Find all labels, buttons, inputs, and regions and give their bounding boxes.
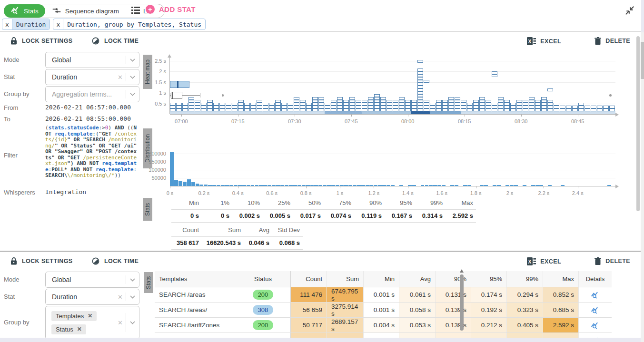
table-row[interactable] [155, 333, 612, 338]
heatmap-cell [306, 106, 312, 108]
column-header-details[interactable]: Details [578, 271, 612, 287]
mode-select[interactable]: Global [45, 52, 139, 68]
column-header-90-[interactable]: 90% [435, 271, 471, 287]
details-chart-icon[interactable] [583, 291, 607, 299]
group-by-select[interactable]: Aggregation terms... [45, 86, 139, 102]
group-by-select[interactable]: Templates✕ Status✕ ✕ [45, 306, 139, 338]
column-header-count[interactable]: Count [290, 271, 327, 287]
chevron-down-icon[interactable] [126, 295, 139, 299]
distribution-x-tick-label: 0.2 s [193, 190, 214, 196]
heatmap-cell [498, 97, 504, 100]
heatmap-cell [492, 108, 497, 111]
heatmap-x-tick [238, 115, 238, 117]
remove-chip-icon[interactable]: ✕ [77, 326, 82, 332]
table-row[interactable]: SEARCH /areas/30856 6593275.914 s0.001 s… [155, 303, 612, 318]
clear-icon[interactable]: ✕ [115, 293, 126, 301]
table-row[interactable]: SEARCH /tariffZones20050 7172689.157 s0.… [155, 318, 612, 333]
details-chart-icon[interactable] [583, 337, 607, 338]
distribution-x-tick-label: 2 s [499, 190, 520, 196]
heatmap-cell [362, 103, 367, 106]
histogram-bar [353, 185, 357, 186]
heatmap-y-tick-label: 1.5 s [142, 79, 166, 85]
details-chart-icon[interactable] [583, 322, 607, 329]
add-stat-button[interactable]: + ADD STAT [146, 5, 196, 14]
column-header-sum[interactable]: Sum [327, 271, 363, 287]
delete-button[interactable]: DELETE [594, 37, 630, 45]
page-scrollbar[interactable] [641, 32, 644, 342]
chevron-down-icon[interactable] [126, 59, 139, 62]
panel1-scrollbar[interactable] [636, 36, 640, 211]
heatmap-cell [368, 97, 374, 100]
heatmap-cell [257, 106, 262, 108]
heatmap-cell [479, 106, 485, 108]
delete-button[interactable]: DELETE [594, 257, 630, 265]
filter-token: req.template [96, 166, 133, 173]
column-header-95-[interactable]: 95% [471, 271, 506, 287]
tab-stats[interactable]: Stats [4, 4, 45, 18]
scrollbar-thumb[interactable] [460, 274, 464, 331]
heatmap-cell [535, 100, 541, 103]
column-header-status[interactable]: Status [236, 271, 290, 287]
heatmap-x-tick-label: 07:15 [228, 118, 248, 124]
chevron-down-icon[interactable] [126, 93, 139, 96]
chevron-down-icon[interactable] [126, 76, 139, 79]
heatmap-cell [250, 106, 256, 108]
histogram-bar [437, 185, 441, 186]
summary-header-cell: 99% [415, 197, 446, 210]
details-chart-icon[interactable] [583, 306, 607, 314]
distribution-y-tick-label: 50000 [142, 175, 166, 181]
heatmap-cell [485, 103, 491, 106]
clear-icon[interactable]: ✕ [115, 74, 126, 81]
distribution-x-tick-label: 1.6 s [431, 190, 452, 196]
lock-settings-button[interactable]: LOCK SETTINGS [10, 257, 73, 265]
clear-icon[interactable]: ✕ [115, 319, 126, 326]
heatmap-cell [238, 106, 244, 108]
tab-sequence-diagram[interactable]: Sequence diagram [45, 7, 125, 16]
chevron-down-icon[interactable] [126, 278, 139, 282]
chip-close-icon[interactable]: x [2, 19, 12, 29]
mode-select[interactable]: Global [45, 272, 139, 288]
column-header-99-[interactable]: 99% [506, 271, 543, 287]
lock-settings-button[interactable]: LOCK SETTINGS [10, 37, 73, 45]
stat-select[interactable]: Duration ✕ [45, 69, 139, 85]
status-badge: 308 [253, 305, 274, 315]
stat-chip-duration[interactable]: x Duration [2, 19, 50, 30]
remove-chip-icon[interactable]: ✕ [88, 313, 92, 319]
heatmap-cell [269, 108, 275, 111]
filter-token: AND [115, 125, 128, 131]
page-scrollbar-thumb[interactable] [641, 42, 644, 79]
column-header-templates[interactable]: Templates [155, 271, 236, 287]
collapse-icon[interactable] [625, 6, 634, 17]
histogram-bar [510, 185, 514, 186]
section-tab-stats[interactable]: Stats [143, 198, 152, 221]
column-header-avg[interactable]: Avg [399, 271, 435, 287]
chip-label[interactable]: Duration, group by Templates, Status [63, 19, 205, 29]
column-header-min[interactable]: Min [363, 271, 399, 287]
lock-time-button[interactable]: LOCK TIME [92, 257, 139, 265]
chip-close-icon[interactable]: x [53, 19, 63, 29]
column-header-max[interactable]: Max [543, 271, 578, 287]
group-chip-templates[interactable]: Templates✕ [51, 311, 97, 321]
lock-time-button[interactable]: LOCK TIME [92, 37, 139, 45]
table-scrollbar[interactable] [459, 269, 464, 337]
section-tab-stats[interactable]: Stats [144, 272, 153, 293]
stat-chip-duration-grouped[interactable]: x Duration, group by Templates, Status [53, 19, 206, 30]
distribution-chart[interactable]: 500001000001500002000000 s0.2 s0.4 s0.6 … [170, 130, 615, 186]
chevron-down-icon[interactable] [126, 321, 139, 324]
scroll-up-arrow[interactable] [460, 269, 464, 273]
boxplot-filled[interactable] [170, 81, 189, 88]
heatmap-cell [479, 100, 485, 103]
summary-value-cell: 2.592 s [446, 210, 476, 223]
heatmap-cell [430, 103, 436, 106]
heatmap-chart[interactable]: 0.5 s1 s1.5 s2 s2.5 s07:0007:1507:3007:4… [170, 58, 615, 114]
excel-button[interactable]: X EXCEL [527, 257, 561, 265]
heatmap-cell [405, 103, 411, 106]
filter-token: OR [74, 137, 83, 143]
heatmap-strip-segment [362, 111, 411, 114]
chip-label[interactable]: Duration [12, 19, 50, 29]
group-chip-status[interactable]: Status✕ [51, 324, 86, 334]
excel-button[interactable]: X EXCEL [527, 37, 561, 45]
stat-select[interactable]: Duration ✕ [45, 289, 139, 305]
heatmap-cell [448, 106, 454, 108]
table-row[interactable]: SEARCH /areas200111 4766749.795 s0.001 s… [155, 287, 612, 303]
